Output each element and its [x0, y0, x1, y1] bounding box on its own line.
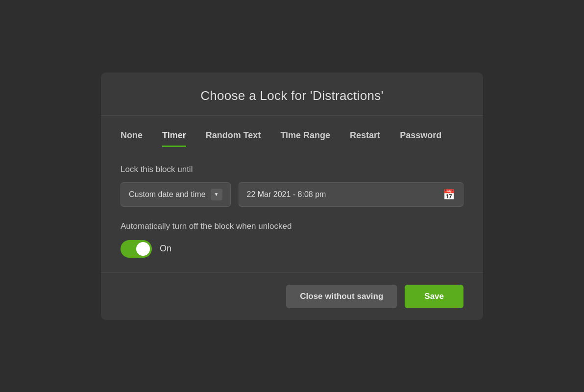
toggle-state-label: On: [160, 244, 171, 254]
auto-turn-toggle[interactable]: [121, 240, 152, 258]
lock-until-label: Lock this block until: [121, 165, 463, 174]
date-input[interactable]: 22 Mar 2021 - 8:08 pm 📅: [239, 182, 463, 207]
date-value: 22 Mar 2021 - 8:08 pm: [247, 190, 438, 199]
lock-dialog: Choose a Lock for 'Distractions' None Ti…: [101, 73, 483, 320]
tab-time-range[interactable]: Time Range: [280, 130, 330, 147]
save-button[interactable]: Save: [405, 285, 463, 308]
dialog-footer: Close without saving Save: [101, 272, 483, 320]
tab-password[interactable]: Password: [400, 130, 441, 147]
toggle-knob: [136, 242, 150, 256]
date-type-dropdown[interactable]: Custom date and time: [121, 182, 231, 207]
tab-restart[interactable]: Restart: [350, 130, 380, 147]
close-without-saving-button[interactable]: Close without saving: [286, 285, 397, 308]
controls-row: Custom date and time 22 Mar 2021 - 8:08 …: [121, 182, 463, 207]
auto-turn-label: Automatically turn off the block when un…: [121, 221, 463, 231]
tab-random-text[interactable]: Random Text: [206, 130, 261, 147]
tabs-container: None Timer Random Text Time Range Restar…: [121, 130, 463, 147]
dropdown-value: Custom date and time: [129, 190, 206, 199]
calendar-icon: 📅: [443, 189, 455, 200]
tab-none[interactable]: None: [121, 130, 143, 147]
tab-timer[interactable]: Timer: [162, 130, 186, 147]
dialog-title: Choose a Lock for 'Distractions': [121, 88, 463, 103]
dialog-header: Choose a Lock for 'Distractions': [101, 73, 483, 116]
toggle-row: On: [121, 240, 463, 258]
chevron-down-icon: [211, 189, 222, 200]
dialog-body: None Timer Random Text Time Range Restar…: [101, 116, 483, 272]
